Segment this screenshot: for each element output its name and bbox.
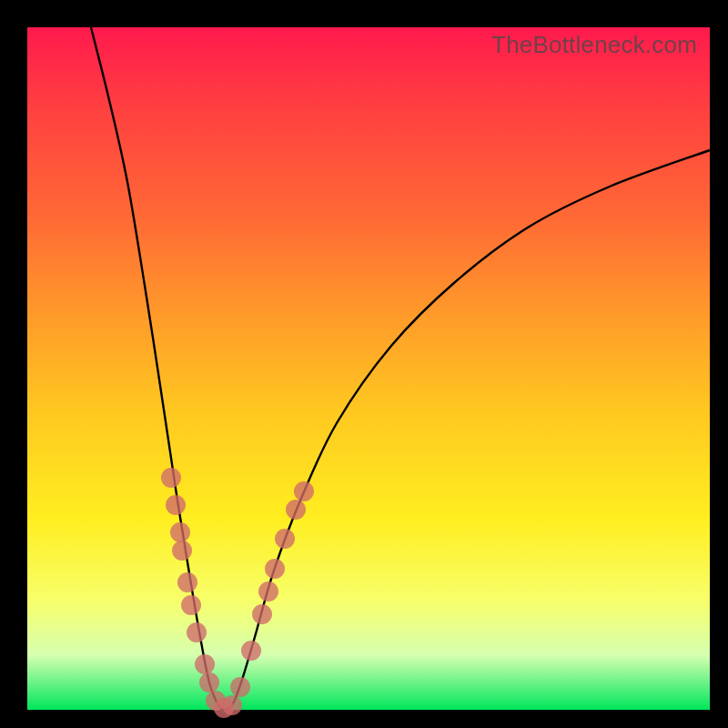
gradient-plot-area: TheBottleneck.com (27, 27, 710, 710)
marker-group (161, 468, 314, 718)
data-marker (258, 581, 278, 602)
data-marker (275, 529, 295, 549)
data-marker (187, 622, 207, 642)
watermark-text: TheBottleneck.com (491, 31, 697, 59)
data-marker (241, 641, 261, 661)
data-marker (294, 481, 314, 501)
data-marker (265, 559, 285, 579)
data-marker (252, 604, 272, 624)
data-marker (199, 672, 219, 693)
data-marker (166, 495, 186, 515)
data-marker (161, 468, 181, 488)
data-marker (177, 572, 197, 592)
data-marker (222, 695, 242, 715)
data-marker (172, 541, 192, 561)
data-marker (170, 522, 190, 542)
chart-frame: TheBottleneck.com (0, 0, 728, 728)
data-marker (286, 500, 306, 520)
data-marker (195, 654, 215, 674)
curve-svg (27, 27, 710, 710)
data-marker (230, 677, 250, 697)
data-marker (181, 595, 201, 615)
